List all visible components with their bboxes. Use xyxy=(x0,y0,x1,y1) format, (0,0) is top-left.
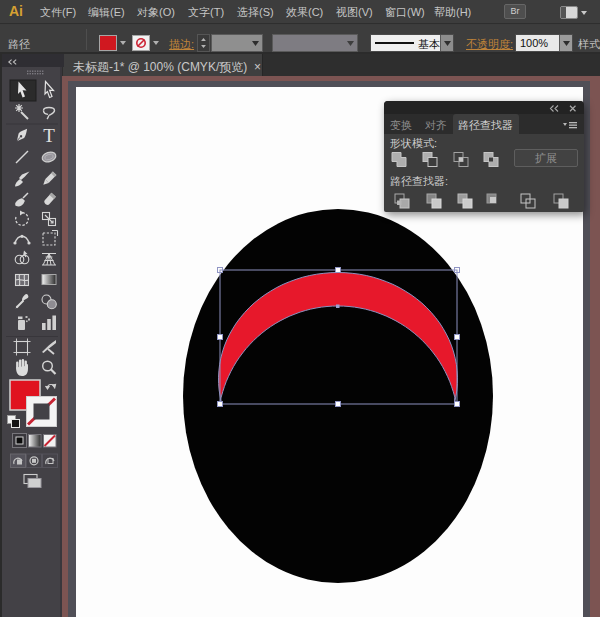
svg-text:T: T xyxy=(43,125,55,146)
